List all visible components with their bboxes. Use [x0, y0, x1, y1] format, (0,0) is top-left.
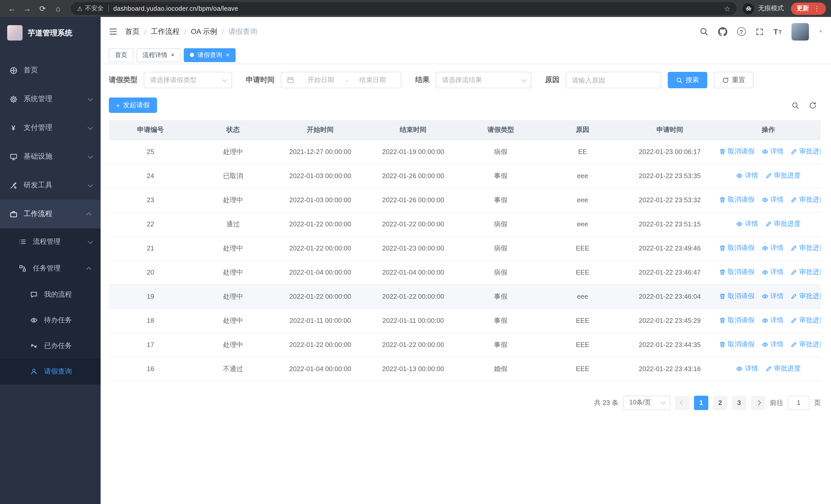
github-icon[interactable]: [718, 27, 727, 36]
cancel-leave-link[interactable]: 取消请假: [719, 316, 754, 325]
detail-link[interactable]: 详情: [762, 195, 783, 205]
breadcrumb-item[interactable]: 工作流程: [151, 27, 180, 36]
detail-link[interactable]: 详情: [762, 292, 783, 301]
sidebar-item-my-processes[interactable]: 我的流程: [0, 282, 101, 307]
caret-down-icon[interactable]: ▼: [819, 29, 823, 34]
url-bar[interactable]: ⚠ 不安全 dashboard.yudao.iocoder.cn/bpm/oa/…: [71, 2, 737, 15]
cell-apply-time: 2022-01-22 23:46:04: [624, 284, 716, 308]
reason-label: 原因: [545, 76, 560, 85]
date-range-picker[interactable]: 开始日期 - 结束日期: [281, 72, 401, 88]
logo[interactable]: 芋道管理系统: [0, 17, 101, 49]
detail-link[interactable]: 详情: [736, 364, 758, 374]
tab-leave-query[interactable]: 请假查询 ×: [184, 48, 236, 62]
home-button[interactable]: ⌂: [51, 2, 65, 15]
sidebar-fold-icon[interactable]: [109, 27, 118, 36]
prev-page-button[interactable]: [675, 395, 689, 410]
breadcrumb-item[interactable]: 首页: [125, 27, 140, 36]
cell-operations: 取消请假 详情 审批进度: [716, 188, 821, 212]
approval-progress-link[interactable]: 审批进度: [791, 243, 821, 253]
cell-operations: 取消请假 详情 审批进度: [716, 284, 821, 308]
sidebar-item-workflow[interactable]: 工作流程: [0, 200, 101, 228]
approval-progress-link[interactable]: 审批进度: [791, 292, 821, 301]
cancel-leave-link[interactable]: 取消请假: [719, 268, 754, 277]
avatar[interactable]: [792, 23, 809, 40]
plus-icon: +: [116, 101, 120, 109]
reason-input[interactable]: [566, 72, 661, 88]
user-icon: [30, 368, 38, 375]
table-row: 20 处理中 2022-01-04 00:00:00 2022-01-04 00…: [109, 260, 821, 284]
approval-progress-link[interactable]: 审批进度: [791, 340, 821, 349]
toggle-search-icon[interactable]: [792, 101, 799, 109]
detail-link[interactable]: 详情: [762, 340, 783, 349]
approval-progress-link[interactable]: 审批进度: [791, 268, 821, 277]
update-button[interactable]: 更新 ⋮: [791, 2, 826, 14]
bookmark-star-icon[interactable]: ☆: [724, 4, 730, 12]
fullscreen-icon[interactable]: [755, 27, 764, 36]
cancel-leave-link[interactable]: 取消请假: [719, 243, 754, 253]
cancel-leave-link[interactable]: 取消请假: [719, 147, 754, 156]
cell-reason: eee: [542, 164, 624, 188]
cell-status: 不通过: [192, 357, 274, 381]
sidebar-item-leave-query[interactable]: 请假查询: [0, 359, 101, 384]
sidebar-item-task-management[interactable]: 任务管理: [0, 255, 101, 282]
approval-progress-link[interactable]: 审批进度: [765, 171, 801, 180]
browser-menu-icon[interactable]: ⋮: [813, 5, 820, 12]
sidebar-item-payment[interactable]: ¥ 支付管理: [0, 113, 101, 142]
next-page-button[interactable]: [751, 395, 765, 410]
approval-progress-link[interactable]: 审批进度: [791, 195, 821, 205]
approval-progress-link[interactable]: 审批进度: [791, 147, 821, 156]
detail-link[interactable]: 详情: [762, 243, 783, 253]
breadcrumb-item[interactable]: OA 示例: [191, 27, 218, 36]
refresh-icon[interactable]: [809, 101, 816, 109]
help-icon[interactable]: ?: [737, 27, 746, 36]
cell-reason: EEE: [542, 333, 624, 357]
page-button-2[interactable]: 2: [713, 395, 727, 410]
sidebar-item-process-management[interactable]: 流程管理: [0, 228, 101, 255]
tab-home[interactable]: 首页: [109, 48, 134, 62]
cell-reason: eee: [542, 212, 624, 236]
sidebar-item-done-tasks[interactable]: 已办任务: [0, 333, 101, 359]
active-dot: [190, 53, 194, 57]
search-button[interactable]: 搜索: [668, 72, 707, 88]
cancel-leave-link[interactable]: 取消请假: [719, 340, 754, 349]
cancel-leave-link[interactable]: 取消请假: [719, 195, 754, 205]
sidebar-item-pending-tasks[interactable]: 待办任务: [0, 307, 101, 333]
page-size-select[interactable]: 10条/页: [623, 395, 670, 410]
leave-type-select[interactable]: 请选择请假类型: [144, 72, 232, 88]
page-button-1[interactable]: 1: [694, 395, 708, 410]
sidebar-item-infrastructure[interactable]: 基础设施: [0, 142, 101, 171]
detail-link[interactable]: 详情: [762, 268, 783, 277]
tab-process-detail[interactable]: 流程详情 ×: [137, 48, 181, 62]
sidebar-item-label: 基础设施: [24, 152, 52, 161]
create-leave-button[interactable]: + 发起请假: [109, 97, 157, 113]
goto-page-input[interactable]: [788, 395, 809, 410]
font-size-icon[interactable]: T T: [774, 28, 782, 35]
reload-button[interactable]: ⟳: [36, 2, 49, 15]
briefcase-icon: [9, 210, 18, 218]
reset-button[interactable]: 重置: [714, 72, 753, 88]
page-button-3[interactable]: 3: [732, 395, 746, 410]
sidebar-item-devtools[interactable]: 研发工具: [0, 171, 101, 200]
sidebar-item-system[interactable]: 系统管理: [0, 85, 101, 113]
table-row: 22 通过 2022-01-22 00:00:00 2022-01-22 00:…: [109, 212, 821, 236]
approval-progress-link[interactable]: 审批进度: [765, 364, 801, 374]
sidebar-item-home[interactable]: 首页: [0, 56, 101, 85]
close-icon[interactable]: ×: [171, 52, 174, 58]
breadcrumb-separator: /: [144, 27, 146, 36]
detail-link[interactable]: 详情: [736, 219, 758, 229]
cancel-leave-link[interactable]: 取消请假: [719, 292, 754, 301]
approval-progress-link[interactable]: 审批进度: [791, 316, 821, 325]
cell-leave-type: 病假: [460, 260, 542, 284]
result-select[interactable]: 请选择流结果: [436, 72, 531, 88]
search-icon[interactable]: [699, 27, 708, 36]
cell-operations: 详情 审批进度: [716, 164, 821, 188]
cell-leave-type: 病假: [460, 140, 542, 164]
breadcrumb-separator: /: [222, 27, 224, 36]
detail-link[interactable]: 详情: [736, 171, 758, 180]
detail-link[interactable]: 详情: [762, 316, 783, 325]
close-icon[interactable]: ×: [226, 52, 229, 58]
forward-button[interactable]: →: [21, 2, 34, 15]
back-button[interactable]: ←: [5, 2, 19, 15]
detail-link[interactable]: 详情: [762, 147, 783, 156]
approval-progress-link[interactable]: 审批进度: [765, 219, 801, 229]
